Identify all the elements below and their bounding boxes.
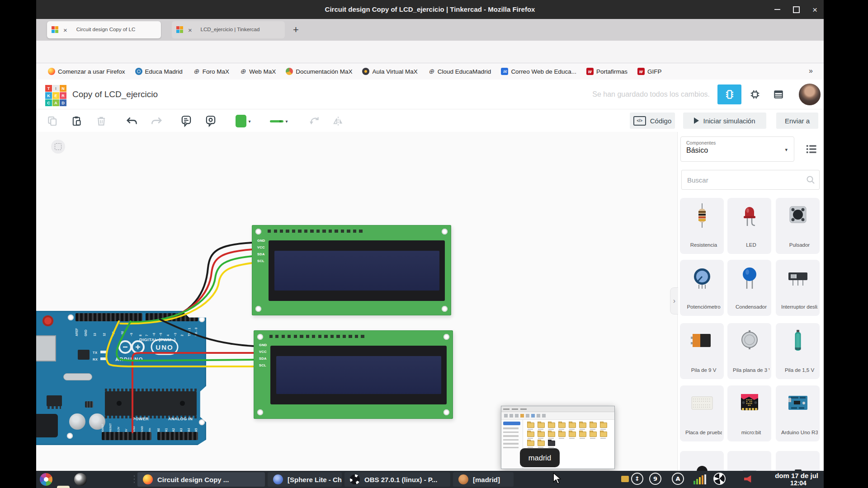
launcher-sphere-icon[interactable] — [74, 473, 87, 486]
pin-label: 3.3V — [118, 420, 120, 432]
bookmark-correo-web[interactable]: ✉Correo Web de Educa... — [501, 68, 576, 75]
component-tile-arduino[interactable]: Arduino Uno R3 — [776, 385, 820, 441]
zoom-to-fit-button[interactable] — [51, 140, 65, 154]
arduino-uno-board[interactable]: AREFGND1312~11~10~98 7~6~54~32TX→1RX←0 D… — [36, 311, 206, 445]
panel-collapse-button[interactable]: › — [670, 287, 678, 314]
launcher-notes-icon[interactable] — [57, 486, 70, 488]
pin-label: SDA — [259, 357, 267, 363]
component-tile-placa[interactable]: Placa de pruebas... — [680, 385, 724, 441]
digital-header-pins[interactable] — [75, 313, 142, 321]
bookmark-documentacion-max[interactable]: Documentación MaX — [286, 68, 352, 75]
usb-port — [36, 335, 56, 361]
inspect-button[interactable] — [202, 113, 220, 129]
component-tile-potenciometro[interactable]: Potenciómetro — [680, 260, 724, 316]
clock[interactable]: dom 17 de jul 12:04 — [758, 472, 818, 487]
analog-header-pins[interactable] — [157, 432, 198, 440]
notes-button[interactable] — [177, 113, 195, 129]
gifp-icon: w — [637, 68, 645, 75]
breadboard-icon — [680, 388, 724, 418]
redo-button[interactable] — [147, 113, 165, 129]
component-tile-microbit[interactable]: micro:bit — [727, 385, 771, 441]
new-tab-button[interactable]: + — [293, 19, 299, 41]
component-tile-partial[interactable] — [727, 451, 771, 471]
taskbar-task-obs[interactable]: OBS 27.0.1 (linux) - P... — [344, 472, 450, 487]
components-view-button[interactable] — [717, 84, 741, 104]
search-input[interactable] — [681, 170, 820, 190]
paste-button[interactable] — [68, 113, 86, 129]
taskbar-task-sphere[interactable]: [Sphere Lite - Chrom... — [268, 472, 342, 487]
window-titlebar[interactable]: Circuit design Copy of LCD_ejercicio | T… — [36, 0, 824, 19]
tab-lcd-ejercicio[interactable]: LCD_ejercicio | Tinkercad × — [172, 21, 285, 38]
folder-icon — [578, 431, 588, 440]
lcd-display-2[interactable]: GNDVCCSDASCL — [254, 330, 453, 419]
pin-label: Vin — [149, 420, 151, 432]
bookmark-aula-virtual-max[interactable]: Aula Virtual MaX — [362, 68, 417, 75]
bookmark-web-max[interactable]: ⊕Web MaX — [239, 68, 276, 75]
design-title[interactable]: Copy of LCD_ejercicio — [72, 80, 158, 109]
launcher-apps-icon[interactable] — [40, 473, 52, 486]
component-tile-pulsador[interactable]: Pulsador — [776, 198, 820, 254]
copy-button[interactable] — [43, 113, 61, 129]
pin-label: GND — [85, 322, 88, 336]
network-signal-icon[interactable] — [693, 474, 706, 484]
component-tile-pila15v[interactable]: Pila de 1,5 V — [776, 323, 820, 379]
bookmark-comenzar[interactable]: Comenzar a usar Firefox — [48, 68, 125, 75]
tab-circuit-design[interactable]: Circuit design Copy of LC × — [47, 21, 161, 38]
maximize-icon[interactable] — [793, 6, 800, 13]
lcd-screen — [276, 356, 441, 394]
display-icon — [727, 454, 771, 471]
reset-button[interactable] — [42, 315, 53, 326]
avatar[interactable] — [799, 84, 821, 105]
bookmark-gifp[interactable]: wGIFP — [637, 68, 662, 75]
start-simulation-button[interactable]: Iniciar simulación — [683, 113, 766, 129]
tinkercad-logo[interactable]: TIN KER CAD — [45, 85, 66, 106]
pin-label: 7 — [146, 322, 149, 336]
component-tile-partial[interactable] — [680, 451, 724, 471]
lcd-display-1[interactable]: GNDVCCSDASCL — [252, 225, 451, 315]
arduino-board-icon — [776, 388, 820, 418]
undo-button[interactable] — [123, 113, 141, 129]
preview-titlebar — [501, 406, 614, 412]
list-view-toggle[interactable] — [805, 143, 818, 157]
arduino-logo: UNO — [115, 339, 179, 357]
taskbar-task-madrid[interactable]: [madrid] — [453, 472, 514, 487]
bookmark-portafirmas[interactable]: wPortafirmas — [586, 68, 627, 75]
keyboard-indicator-icon[interactable] — [621, 476, 629, 482]
chevron-down-icon: ▾ — [248, 119, 250, 124]
schematic-view-button[interactable] — [745, 84, 765, 104]
power-header-pins[interactable] — [102, 432, 151, 440]
chip-icon — [749, 89, 761, 100]
tab-bar: Circuit design Copy of LC × LCD_ejercici… — [36, 19, 824, 41]
bookmark-educa-madrid[interactable]: Educa Madrid — [135, 68, 183, 75]
code-button[interactable]: </> Código — [630, 113, 675, 129]
updown-tray-icon[interactable]: ↕ — [631, 473, 643, 485]
close-icon[interactable]: × — [812, 5, 817, 14]
pin-label: 2 — [181, 322, 184, 336]
usb-interface-chip — [78, 350, 90, 360]
accessibility-badge[interactable]: A — [672, 473, 684, 485]
taskbar-task-firefox[interactable]: Circuit design Copy ... — [137, 472, 265, 487]
component-tile-resistencia[interactable]: Resistencia — [680, 198, 724, 254]
color-select[interactable]: ▾ — [231, 113, 256, 129]
component-category-select[interactable]: Componentes Básico ▾ — [680, 136, 794, 162]
obs-tray-icon[interactable] — [713, 473, 726, 485]
component-tile-condensador[interactable]: Condensador — [727, 260, 771, 316]
list-view-button[interactable] — [769, 84, 788, 104]
bookmark-cloud-educamadrid[interactable]: ⊕Cloud EducaMadrid — [428, 68, 491, 75]
component-tile-pila9v[interactable]: Pila de 9 V — [680, 323, 724, 379]
workspace-badge[interactable]: 9 — [649, 473, 661, 485]
bookmark-foro-max[interactable]: ⊕Foro MaX — [193, 68, 229, 75]
mounting-hole — [257, 409, 263, 415]
wire-style-select[interactable]: ▾ — [265, 113, 293, 129]
delete-button[interactable] — [92, 113, 110, 129]
rotate-button[interactable] — [306, 113, 324, 129]
component-tile-pila-plana[interactable]: Pila plana de 3 V — [727, 323, 771, 379]
component-tile-led[interactable]: LED — [727, 198, 771, 254]
mirror-button[interactable] — [329, 113, 347, 129]
minimize-icon[interactable] — [774, 9, 780, 10]
component-tile-interruptor[interactable]: Interruptor deslizante — [776, 260, 820, 316]
copy-icon — [47, 115, 58, 127]
send-to-button[interactable]: Enviar a — [776, 113, 818, 129]
bookmarks-overflow-icon[interactable]: » — [809, 67, 813, 75]
component-tile-partial[interactable] — [776, 451, 820, 471]
